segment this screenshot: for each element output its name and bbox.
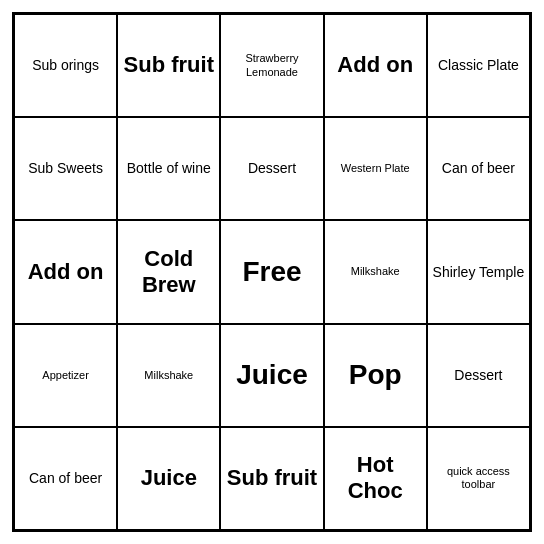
cell-text-r4c3: Hot Choc — [329, 452, 422, 505]
bingo-cell-r1c3[interactable]: Western Plate — [324, 117, 427, 220]
cell-text-r3c1: Milkshake — [144, 369, 193, 382]
cell-text-r1c1: Bottle of wine — [127, 160, 211, 177]
bingo-cell-r4c1[interactable]: Juice — [117, 427, 220, 530]
bingo-cell-r3c4[interactable]: Dessert — [427, 324, 530, 427]
bingo-cell-r3c1[interactable]: Milkshake — [117, 324, 220, 427]
cell-text-r2c0: Add on — [28, 259, 104, 285]
bingo-cell-r4c2[interactable]: Sub fruit — [220, 427, 323, 530]
bingo-cell-r3c2[interactable]: Juice — [220, 324, 323, 427]
cell-text-r1c2: Dessert — [248, 160, 296, 177]
bingo-cell-r1c4[interactable]: Can of beer — [427, 117, 530, 220]
bingo-cell-r3c0[interactable]: Appetizer — [14, 324, 117, 427]
bingo-cell-r2c4[interactable]: Shirley Temple — [427, 220, 530, 323]
cell-text-r2c3: Milkshake — [351, 265, 400, 278]
bingo-cell-r2c1[interactable]: Cold Brew — [117, 220, 220, 323]
bingo-cell-r4c3[interactable]: Hot Choc — [324, 427, 427, 530]
cell-text-r1c3: Western Plate — [341, 162, 410, 175]
cell-text-r2c2: Free — [242, 255, 301, 289]
cell-text-r4c4: quick access toolbar — [432, 465, 525, 491]
bingo-cell-r2c3[interactable]: Milkshake — [324, 220, 427, 323]
cell-text-r0c2: Strawberry Lemonade — [225, 52, 318, 78]
cell-text-r4c1: Juice — [141, 465, 197, 491]
bingo-cell-r0c0[interactable]: Sub orings — [14, 14, 117, 117]
cell-text-r0c0: Sub orings — [32, 57, 99, 74]
bingo-board: Sub oringsSub fruitStrawberry LemonadeAd… — [12, 12, 532, 532]
bingo-cell-r4c0[interactable]: Can of beer — [14, 427, 117, 530]
cell-text-r0c1: Sub fruit — [124, 52, 214, 78]
bingo-cell-r1c0[interactable]: Sub Sweets — [14, 117, 117, 220]
cell-text-r2c1: Cold Brew — [122, 246, 215, 299]
cell-text-r0c3: Add on — [337, 52, 413, 78]
cell-text-r3c4: Dessert — [454, 367, 502, 384]
bingo-cell-r3c3[interactable]: Pop — [324, 324, 427, 427]
cell-text-r3c2: Juice — [236, 358, 308, 392]
bingo-cell-r0c1[interactable]: Sub fruit — [117, 14, 220, 117]
cell-text-r1c4: Can of beer — [442, 160, 515, 177]
cell-text-r0c4: Classic Plate — [438, 57, 519, 74]
bingo-cell-r2c2[interactable]: Free — [220, 220, 323, 323]
bingo-cell-r4c4[interactable]: quick access toolbar — [427, 427, 530, 530]
cell-text-r1c0: Sub Sweets — [28, 160, 103, 177]
bingo-cell-r0c2[interactable]: Strawberry Lemonade — [220, 14, 323, 117]
cell-text-r3c3: Pop — [349, 358, 402, 392]
cell-text-r3c0: Appetizer — [42, 369, 88, 382]
cell-text-r4c2: Sub fruit — [227, 465, 317, 491]
cell-text-r2c4: Shirley Temple — [433, 264, 525, 281]
bingo-cell-r1c1[interactable]: Bottle of wine — [117, 117, 220, 220]
bingo-cell-r2c0[interactable]: Add on — [14, 220, 117, 323]
bingo-cell-r1c2[interactable]: Dessert — [220, 117, 323, 220]
bingo-cell-r0c3[interactable]: Add on — [324, 14, 427, 117]
cell-text-r4c0: Can of beer — [29, 470, 102, 487]
bingo-cell-r0c4[interactable]: Classic Plate — [427, 14, 530, 117]
